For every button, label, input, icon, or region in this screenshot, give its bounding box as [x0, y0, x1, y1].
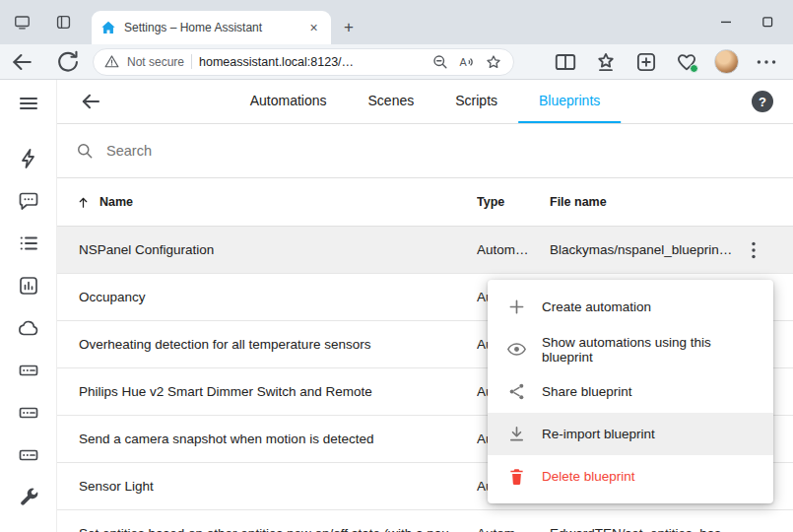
- tab-close-icon[interactable]: ×: [305, 20, 322, 36]
- plus-icon: [506, 297, 527, 317]
- url-text[interactable]: homeassistant.local:8123/…: [199, 55, 424, 69]
- tools-wrench-icon[interactable]: [17, 486, 40, 509]
- column-header-file-name[interactable]: File name: [550, 195, 793, 209]
- browser-titlebar: Settings – Home Assistant × +: [0, 0, 793, 44]
- sidebar-menu-icon[interactable]: [17, 92, 40, 115]
- cloud-icon[interactable]: [17, 316, 40, 340]
- address-divider: [191, 54, 192, 69]
- search-row: [57, 124, 793, 178]
- tab-blueprints[interactable]: Blueprints: [518, 80, 621, 123]
- zoom-out-icon[interactable]: [430, 52, 450, 72]
- blueprint-context-menu: Create automation Show automations using…: [488, 280, 773, 503]
- favorites-hub-icon[interactable]: [593, 49, 619, 75]
- download-icon: [506, 424, 527, 444]
- navbar-trailing-icons: [553, 49, 785, 75]
- search-input[interactable]: [106, 143, 422, 159]
- tab-actions-icon[interactable]: [54, 13, 73, 32]
- ha-sidebar: [0, 80, 57, 532]
- profile-avatar[interactable]: [714, 49, 739, 74]
- assist-chat-icon[interactable]: [17, 189, 40, 213]
- table-row[interactable]: Set entities based on other entities new…: [57, 510, 793, 532]
- menu-item-create-automation[interactable]: Create automation: [488, 286, 773, 328]
- column-header-name[interactable]: Name: [57, 195, 477, 210]
- server-icon-2[interactable]: [17, 401, 40, 425]
- menu-item-show-automations[interactable]: Show automations using this blueprint: [488, 328, 773, 370]
- favorite-star-icon[interactable]: [484, 52, 503, 72]
- not-secure-warning-icon[interactable]: [103, 53, 120, 70]
- todo-list-icon[interactable]: [17, 232, 40, 255]
- security-label[interactable]: Not secure: [127, 55, 184, 69]
- menu-item-reimport-blueprint[interactable]: Re-import blueprint: [488, 413, 773, 455]
- help-icon[interactable]: ?: [752, 91, 773, 112]
- tab-automations[interactable]: Automations: [230, 80, 348, 123]
- status-dot: [690, 64, 698, 73]
- table-header: Name Type File name: [57, 178, 793, 227]
- ha-tab-bar: Automations Scenes Scripts Blueprints: [230, 80, 622, 123]
- tab-scripts[interactable]: Scripts: [434, 80, 518, 123]
- eye-icon: [506, 339, 527, 360]
- ha-back-icon[interactable]: [79, 90, 102, 113]
- energy-icon[interactable]: [17, 147, 40, 170]
- refresh-icon[interactable]: [53, 48, 81, 76]
- share-icon: [506, 381, 527, 402]
- new-tab-button[interactable]: +: [339, 18, 359, 37]
- more-menu-icon[interactable]: [754, 49, 779, 75]
- minimize-button[interactable]: [716, 12, 736, 32]
- workspaces-icon[interactable]: [13, 13, 32, 32]
- trash-icon: [506, 466, 527, 487]
- collections-icon[interactable]: [633, 49, 659, 75]
- maximize-button[interactable]: [758, 12, 777, 32]
- row-overflow-menu-icon[interactable]: [742, 238, 765, 262]
- sort-ascending-icon: [76, 195, 91, 210]
- ha-header: Automations Scenes Scripts Blueprints ?: [57, 80, 793, 124]
- tab-scenes[interactable]: Scenes: [348, 80, 435, 123]
- browser-navbar: Not secure homeassistant.local:8123/… A: [0, 44, 793, 80]
- column-header-type[interactable]: Type: [477, 195, 550, 209]
- history-chart-icon[interactable]: [17, 274, 40, 298]
- search-icon: [75, 141, 95, 161]
- read-aloud-icon[interactable]: A: [457, 52, 477, 72]
- home-assistant-favicon: [100, 20, 116, 35]
- browser-essentials-icon[interactable]: [674, 49, 699, 75]
- address-bar[interactable]: Not secure homeassistant.local:8123/… A: [93, 48, 514, 76]
- split-screen-icon[interactable]: [553, 49, 578, 75]
- table-row[interactable]: NSPanel Configuration Autom… Blackymas/n…: [57, 227, 793, 274]
- menu-item-share-blueprint[interactable]: Share blueprint: [488, 370, 773, 413]
- back-icon[interactable]: [8, 48, 35, 76]
- menu-item-delete-blueprint[interactable]: Delete blueprint: [488, 455, 773, 498]
- server-icon-1[interactable]: [17, 359, 40, 382]
- browser-tab[interactable]: Settings – Home Assistant ×: [92, 11, 331, 44]
- svg-text:A: A: [460, 55, 468, 67]
- tab-title: Settings – Home Assistant: [124, 21, 297, 34]
- server-icon-3[interactable]: [17, 443, 40, 467]
